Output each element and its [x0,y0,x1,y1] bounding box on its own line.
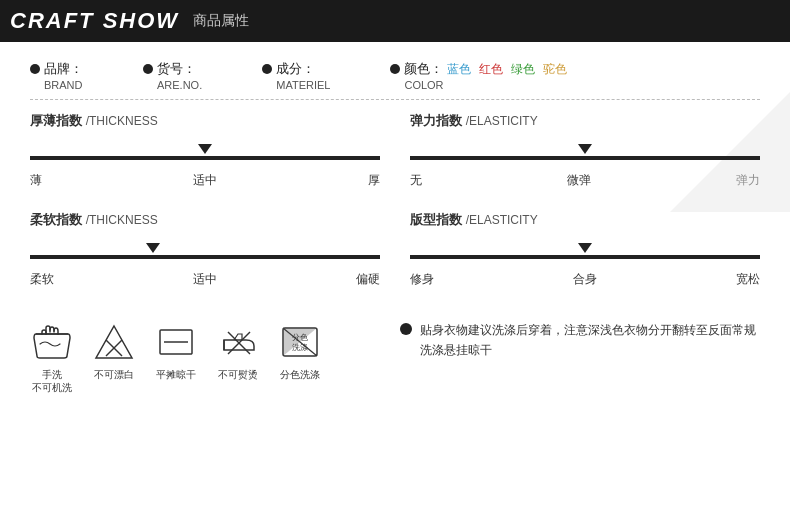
no-bleach-label: 不可漂白 [94,368,134,381]
color-camel: 驼色 [543,61,567,78]
fit-title-en: /ELASTICITY [466,213,538,227]
thickness-label-thick: 厚 [368,172,380,189]
care-no-bleach: 不可漂白 [92,320,136,381]
elasticity-indicator [578,144,592,154]
thickness-track [30,156,380,160]
no-iron-label: 不可熨烫 [218,368,258,381]
flat-dry-label: 平摊晾干 [156,368,196,381]
care-hand-wash: 手洗不可机洗 [30,320,74,394]
fit-track [410,255,760,259]
color-label-zh: 颜色： [404,60,443,78]
thickness-labels: 薄 适中 厚 [30,172,380,189]
thickness-title-en: /THICKNESS [86,114,158,128]
elasticity-slider [410,140,760,168]
dot-areno [143,64,153,74]
fit-slider [410,239,760,267]
material-label-zh: 成分： [276,60,315,78]
softness-slider [30,239,380,267]
areno-label-en: ARE.NO. [157,79,202,91]
color-label-en: COLOR [404,79,567,91]
fit-label-regular: 合身 [573,271,597,288]
softness-indicator [146,243,160,253]
elasticity-title-en: /ELASTICITY [466,114,538,128]
elasticity-track [410,156,760,160]
fit-title: 版型指数 /ELASTICITY [410,211,760,229]
care-color-separate: 分色 洗涤 分色洗涤 [278,320,322,381]
no-bleach-icon [92,320,136,364]
areno-label-zh: 货号： [157,60,196,78]
svg-text:分色: 分色 [292,333,308,342]
material-label-en: MATERIEL [276,79,330,91]
dot-color [390,64,400,74]
thickness-label-mid: 适中 [193,172,217,189]
fit-title-zh: 版型指数 [410,212,462,227]
fit-indicator [578,243,592,253]
elasticity-label-none: 无 [410,172,422,189]
softness-track [30,255,380,259]
fit-labels: 修身 合身 宽松 [410,271,760,288]
page-title: CRAFT SHOW [10,8,179,34]
no-iron-icon [216,320,260,364]
brand-label-en: BRAND [44,79,83,91]
thickness-title-zh: 厚薄指数 [30,113,82,128]
thickness-label-thin: 薄 [30,172,42,189]
softness-index: 柔软指数 /THICKNESS 柔软 适中 偏硬 [30,211,380,288]
divider [30,99,760,100]
fit-index: 版型指数 /ELASTICITY 修身 合身 宽松 [410,211,760,288]
softness-label-mid: 适中 [193,271,217,288]
dot-material [262,64,272,74]
svg-text:洗涤: 洗涤 [292,343,308,352]
color-blue: 蓝色 [447,61,471,78]
care-no-iron: 不可熨烫 [216,320,260,381]
hand-wash-icon [30,320,74,364]
softness-labels: 柔软 适中 偏硬 [30,271,380,288]
color-separate-icon: 分色 洗涤 [278,320,322,364]
fit-label-loose: 宽松 [736,271,760,288]
bottom-section: 手洗不可机洗 不可漂白 [30,320,760,394]
thickness-index: 厚薄指数 /THICKNESS 薄 适中 厚 [30,112,380,189]
main-content: 品牌： BRAND 货号： ARE.NO. 成分： MATERIEL 颜色： 蓝… [0,42,790,404]
care-note-text: 贴身衣物建议洗涤后穿着，注意深浅色衣物分开翻转至反面常规洗涤悬挂晾干 [420,320,760,361]
brand-label-zh: 品牌： [44,60,83,78]
softness-label-soft: 柔软 [30,271,54,288]
attr-areno: 货号： ARE.NO. [143,60,202,91]
elasticity-label-slight: 微弹 [567,172,591,189]
fit-label-slim: 修身 [410,271,434,288]
softness-title: 柔软指数 /THICKNESS [30,211,380,229]
care-note-dot [400,323,412,335]
color-red: 红色 [479,61,503,78]
attr-brand: 品牌： BRAND [30,60,83,91]
color-green: 绿色 [511,61,535,78]
attr-material: 成分： MATERIEL [262,60,330,91]
index-grid: 厚薄指数 /THICKNESS 薄 适中 厚 弹力指数 /ELASTICITY [30,112,760,310]
thickness-title: 厚薄指数 /THICKNESS [30,112,380,130]
page-subtitle: 商品属性 [193,12,249,30]
softness-title-en: /THICKNESS [86,213,158,227]
care-icons: 手洗不可机洗 不可漂白 [30,320,390,394]
hand-wash-label: 手洗不可机洗 [32,368,72,394]
attr-color: 颜色： 蓝色 红色 绿色 驼色 COLOR [390,60,567,91]
softness-title-zh: 柔软指数 [30,212,82,227]
softness-label-hard: 偏硬 [356,271,380,288]
care-flat-dry: 平摊晾干 [154,320,198,381]
header: CRAFT SHOW 商品属性 [0,0,790,42]
elasticity-title-zh: 弹力指数 [410,113,462,128]
thickness-slider [30,140,380,168]
color-separate-label: 分色洗涤 [280,368,320,381]
attributes-row: 品牌： BRAND 货号： ARE.NO. 成分： MATERIEL 颜色： 蓝… [30,60,760,91]
flat-dry-icon [154,320,198,364]
care-note: 贴身衣物建议洗涤后穿着，注意深浅色衣物分开翻转至反面常规洗涤悬挂晾干 [390,320,760,361]
dot-brand [30,64,40,74]
thickness-indicator [198,144,212,154]
